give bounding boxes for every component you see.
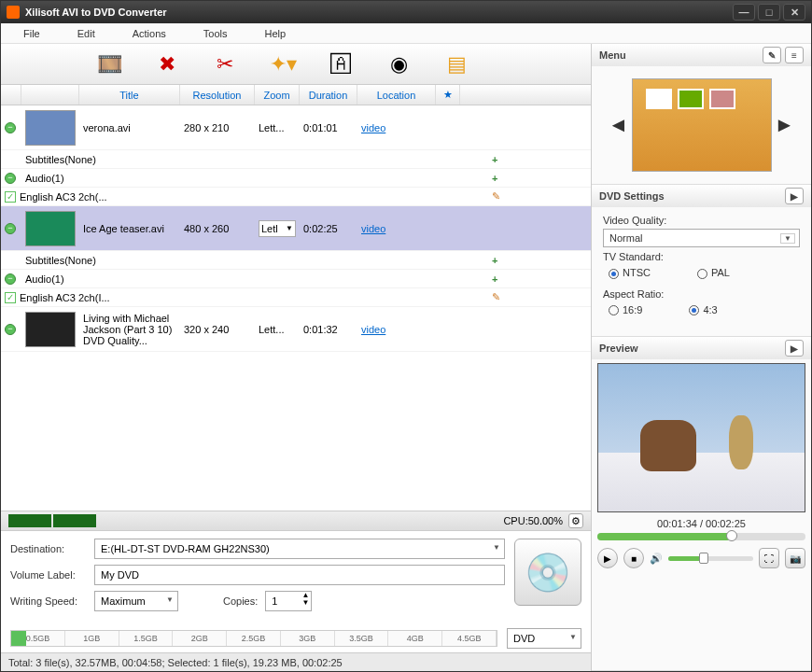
play-button[interactable]: ▶ xyxy=(597,548,618,568)
volume-slider[interactable] xyxy=(668,556,753,561)
file-title: Ice Age teaser.avi xyxy=(79,221,180,236)
location-link[interactable]: video xyxy=(361,122,385,133)
copies-spinner[interactable]: 1▲▼ xyxy=(265,591,312,611)
titlebar: Xilisoft AVI to DVD Converter — □ ✕ xyxy=(1,1,811,23)
location-link[interactable]: video xyxy=(361,223,385,234)
maximize-button[interactable]: □ xyxy=(758,4,780,21)
close-button[interactable]: ✕ xyxy=(783,4,805,21)
file-resolution: 280 x 210 xyxy=(180,120,255,135)
cut-button[interactable]: ✂ xyxy=(210,49,240,79)
preview-expand-button[interactable]: ▶ xyxy=(785,340,804,357)
volume-label-input[interactable]: My DVD xyxy=(94,565,505,585)
volume-icon[interactable]: 🔊 xyxy=(650,553,663,565)
menu-list-button[interactable]: ≡ xyxy=(785,47,804,63)
table-row[interactable]: −verona.avi280 x 210Lett...0:01:01video xyxy=(1,105,591,150)
effects-button[interactable]: ✦▾ xyxy=(268,49,298,79)
col-duration[interactable]: Duration xyxy=(300,85,357,105)
checkbox-icon[interactable]: ✓ xyxy=(5,191,16,203)
aspect-ratio-label: Aspect Ratio: xyxy=(603,288,800,300)
file-duration: 0:01:01 xyxy=(300,120,357,135)
preview-screen[interactable] xyxy=(597,363,805,512)
location-link[interactable]: video xyxy=(361,324,385,335)
file-duration: 0:02:25 xyxy=(300,221,357,236)
cpu-label: CPU:50.00% xyxy=(503,515,563,526)
video-thumb xyxy=(25,211,76,246)
settings-expand-button[interactable]: ▶ xyxy=(785,188,804,204)
seek-slider[interactable] xyxy=(597,533,805,540)
record-button[interactable]: ◉ xyxy=(384,49,413,79)
aspect-43-radio[interactable]: 4:3 xyxy=(689,304,717,316)
writing-speed-select[interactable]: Maximum▼ xyxy=(94,591,178,611)
menu-help[interactable]: Help xyxy=(264,28,286,39)
col-title[interactable]: Title xyxy=(79,85,180,105)
cpu-settings-button[interactable]: ⚙ xyxy=(568,513,583,528)
cpu-graph-icon xyxy=(53,514,96,527)
tv-standard-label: TV Standard: xyxy=(603,251,800,262)
minimize-button[interactable]: — xyxy=(733,4,755,21)
file-zoom: Lett... xyxy=(259,324,285,335)
col-zoom[interactable]: Zoom xyxy=(255,85,300,105)
aspect-169-radio[interactable]: 16:9 xyxy=(609,304,642,316)
expand-icon[interactable]: − xyxy=(5,273,16,285)
expand-icon[interactable]: − xyxy=(5,324,16,335)
col-resolution[interactable]: Resolution xyxy=(180,85,255,105)
cpu-graph-icon xyxy=(8,514,51,527)
add-file-button[interactable]: 🎞️ xyxy=(94,49,124,79)
checkbox-icon[interactable]: ✓ xyxy=(5,292,16,303)
table-row[interactable]: −Audio(1)+ xyxy=(1,169,591,188)
snapshot-button[interactable]: 📷 xyxy=(785,548,805,568)
table-row[interactable]: ✓English AC3 2ch(I...✎ xyxy=(1,288,591,307)
stop-button[interactable]: ■ xyxy=(623,548,644,568)
menu-section-title: Menu xyxy=(599,49,626,61)
disc-type-select[interactable]: DVD▼ xyxy=(507,628,581,649)
menu-next-button[interactable]: ► xyxy=(779,114,791,136)
size-tick: 1GB xyxy=(65,631,119,646)
file-list[interactable]: −verona.avi280 x 210Lett...0:01:01videoS… xyxy=(1,105,591,511)
writing-speed-label: Writing Speed: xyxy=(10,595,87,607)
menubar: File Edit Actions Tools Help xyxy=(1,23,811,44)
table-row[interactable]: −Living with Michael Jackson (Part 3 10)… xyxy=(1,307,591,352)
pencil-icon[interactable]: ✎ xyxy=(492,190,500,203)
table-row[interactable]: −Ice Age teaser.avi480 x 260Letl▼0:02:25… xyxy=(1,206,591,251)
file-title: verona.avi xyxy=(79,120,180,135)
child-label: Subtitles(None) xyxy=(21,253,488,268)
col-location[interactable]: Location xyxy=(357,85,436,105)
col-star[interactable]: ★ xyxy=(436,85,460,105)
table-row[interactable]: Subtitles(None)+ xyxy=(1,251,591,270)
remove-button[interactable]: ✖ xyxy=(152,49,182,79)
size-tick: 2GB xyxy=(173,631,227,646)
burn-button[interactable]: 💿 xyxy=(514,539,581,606)
destination-select[interactable]: E:(HL-DT-ST DVD-RAM GH22NS30)▼ xyxy=(94,539,505,559)
plus-icon[interactable]: + xyxy=(492,154,497,165)
plus-icon[interactable]: + xyxy=(492,173,497,184)
video-quality-select[interactable]: Normal▼ xyxy=(603,229,800,247)
video-quality-label: Video Quality: xyxy=(603,215,800,226)
tv-ntsc-radio[interactable]: NTSC xyxy=(609,267,651,279)
app-title: Xilisoft AVI to DVD Converter xyxy=(25,7,730,18)
menu-template-thumb[interactable] xyxy=(632,78,772,172)
chapter-button[interactable]: ▤ xyxy=(441,49,471,79)
plus-icon[interactable]: + xyxy=(492,255,497,266)
menu-actions[interactable]: Actions xyxy=(133,28,166,39)
menu-tools[interactable]: Tools xyxy=(203,28,228,39)
menu-edit[interactable]: Edit xyxy=(77,28,95,39)
menu-file[interactable]: File xyxy=(23,28,40,39)
fullscreen-button[interactable]: ⛶ xyxy=(759,548,779,568)
expand-icon[interactable]: − xyxy=(5,173,16,184)
video-thumb xyxy=(25,312,76,347)
menu-edit-button[interactable]: ✎ xyxy=(763,47,781,63)
expand-icon[interactable]: − xyxy=(5,223,16,234)
plus-icon[interactable]: + xyxy=(492,273,497,285)
track-label: English AC3 2ch(... xyxy=(20,191,107,203)
tv-pal-radio[interactable]: PAL xyxy=(697,267,730,279)
table-row[interactable]: ✓English AC3 2ch(...✎ xyxy=(1,188,591,206)
subtitle-button[interactable]: 🄰 xyxy=(326,49,356,79)
toolbar: 🎞️ ✖ ✂ ✦▾ 🄰 ◉ ▤ xyxy=(1,44,591,85)
table-row[interactable]: Subtitles(None)+ xyxy=(1,150,591,169)
zoom-select[interactable]: Letl▼ xyxy=(259,220,296,237)
menu-prev-button[interactable]: ◄ xyxy=(613,114,624,136)
pencil-icon[interactable]: ✎ xyxy=(492,291,500,303)
expand-icon[interactable]: − xyxy=(5,122,16,133)
destination-panel: Destination: E:(HL-DT-ST DVD-RAM GH22NS3… xyxy=(1,531,591,624)
table-row[interactable]: −Audio(1)+ xyxy=(1,270,591,288)
